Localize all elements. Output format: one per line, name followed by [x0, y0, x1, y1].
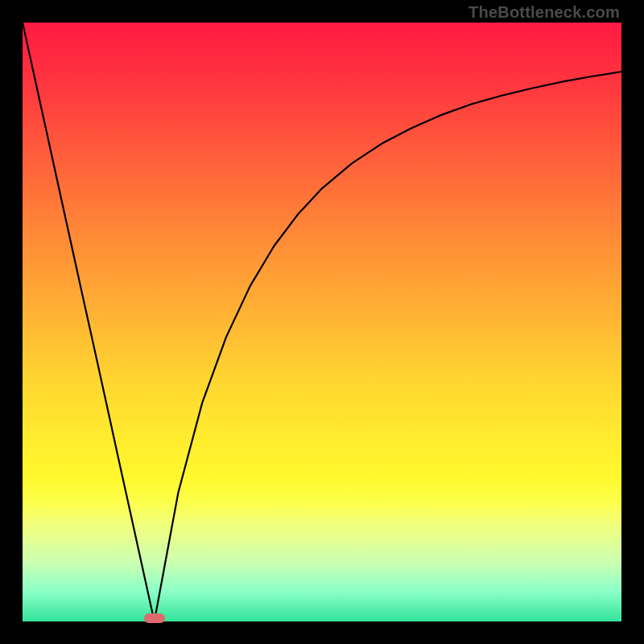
chart-curve-svg — [23, 23, 621, 621]
chart-frame — [23, 23, 621, 621]
watermark-text: TheBottleneck.com — [469, 3, 620, 22]
bottleneck-curve — [23, 23, 621, 621]
optimum-marker — [144, 613, 165, 623]
